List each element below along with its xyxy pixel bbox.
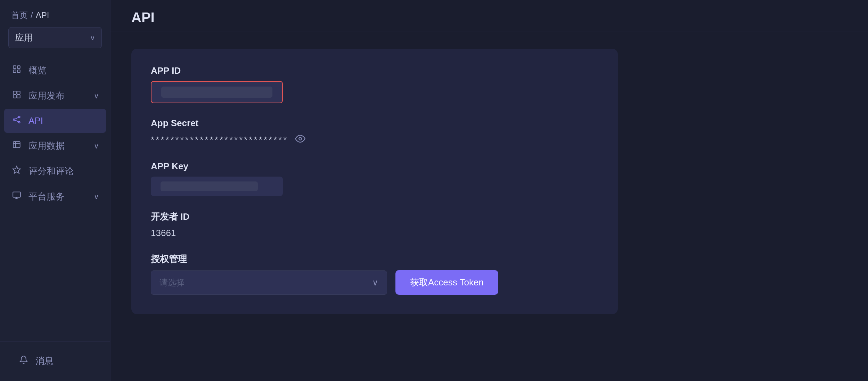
data-icon <box>11 140 22 152</box>
app-secret-label: App Secret <box>151 118 598 129</box>
sidebar-item-messages[interactable]: 消息 <box>11 350 99 372</box>
svg-point-20 <box>299 137 302 140</box>
sidebar-item-platform[interactable]: 平台服务 ∨ <box>4 184 106 209</box>
overview-icon <box>11 65 22 76</box>
app-key-blurred <box>161 181 258 191</box>
svg-rect-2 <box>13 70 16 73</box>
sidebar-item-overview-label: 概览 <box>28 64 99 76</box>
auth-management-label: 授权管理 <box>151 253 598 265</box>
rating-icon <box>11 165 22 177</box>
svg-line-12 <box>15 120 19 122</box>
breadcrumb: 首页 / API <box>0 0 110 27</box>
svg-rect-17 <box>13 192 21 197</box>
svg-line-11 <box>15 117 19 119</box>
app-id-value <box>151 81 283 103</box>
messages-icon <box>18 355 29 367</box>
app-secret-value: **************************** <box>151 135 288 145</box>
svg-rect-5 <box>17 91 20 94</box>
svg-rect-13 <box>13 141 20 147</box>
sidebar-item-publish[interactable]: 应用发布 ∨ <box>4 83 106 108</box>
app-id-label: APP ID <box>151 65 598 76</box>
sidebar-item-rating-label: 评分和评论 <box>28 165 99 177</box>
nav-section: 概览 应用发布 ∨ <box>0 58 110 341</box>
svg-point-8 <box>13 119 15 120</box>
svg-marker-16 <box>13 166 21 173</box>
auth-select[interactable]: 请选择 ∨ <box>151 270 387 295</box>
sidebar-item-data-label: 应用数据 <box>28 140 88 152</box>
svg-point-9 <box>18 116 20 117</box>
content-area: APP ID App Secret **********************… <box>110 32 868 381</box>
top-bar: API <box>110 0 868 32</box>
sidebar-item-publish-label: 应用发布 <box>28 90 88 102</box>
sidebar-item-platform-label: 平台服务 <box>28 190 88 203</box>
sidebar-item-api[interactable]: API <box>4 109 106 133</box>
auth-management-field: 授权管理 请选择 ∨ 获取Access Token <box>151 253 598 295</box>
breadcrumb-home[interactable]: 首页 <box>11 10 28 21</box>
platform-icon <box>11 191 22 202</box>
breadcrumb-current: API <box>36 10 49 20</box>
sidebar: 首页 / API 应用 ∨ 概览 <box>0 0 110 381</box>
api-icon <box>11 115 22 127</box>
main-content: API APP ID App Secret ******************… <box>110 0 868 381</box>
svg-rect-1 <box>17 66 20 68</box>
sidebar-item-api-label: API <box>28 115 99 126</box>
breadcrumb-separator: / <box>31 10 33 20</box>
svg-rect-3 <box>17 70 20 73</box>
app-key-value <box>151 177 283 196</box>
sidebar-item-data[interactable]: 应用数据 ∨ <box>4 133 106 158</box>
svg-rect-6 <box>13 95 16 98</box>
sidebar-item-messages-label: 消息 <box>35 355 92 367</box>
eye-icon[interactable] <box>295 133 305 146</box>
app-selector-chevron: ∨ <box>90 34 95 42</box>
app-selector-label: 应用 <box>15 32 33 44</box>
app-key-field: APP Key <box>151 161 598 196</box>
developer-id-value: 13661 <box>151 228 598 238</box>
svg-point-10 <box>18 121 20 123</box>
developer-id-label: 开发者 ID <box>151 211 598 223</box>
app-id-blurred <box>161 87 272 98</box>
svg-rect-7 <box>17 95 20 98</box>
sidebar-bottom: 消息 <box>0 341 110 381</box>
sidebar-item-rating[interactable]: 评分和评论 <box>4 159 106 184</box>
publish-icon <box>11 90 22 102</box>
app-key-label: APP Key <box>151 161 598 172</box>
svg-rect-0 <box>13 66 16 68</box>
auth-select-placeholder: 请选择 <box>159 277 185 288</box>
sidebar-item-overview[interactable]: 概览 <box>4 58 106 83</box>
publish-chevron: ∨ <box>94 92 99 100</box>
developer-id-field: 开发者 ID 13661 <box>151 211 598 238</box>
app-id-field: APP ID <box>151 65 598 103</box>
svg-rect-4 <box>13 91 16 94</box>
auth-management-row: 请选择 ∨ 获取Access Token <box>151 270 598 295</box>
app-secret-field: App Secret **************************** <box>151 118 598 146</box>
app-secret-row: **************************** <box>151 133 598 146</box>
api-card: APP ID App Secret **********************… <box>131 49 618 314</box>
data-chevron: ∨ <box>94 142 99 150</box>
page-title: API <box>131 10 847 25</box>
get-token-button[interactable]: 获取Access Token <box>395 270 498 295</box>
app-selector[interactable]: 应用 ∨ <box>8 27 102 48</box>
platform-chevron: ∨ <box>94 193 99 201</box>
auth-select-chevron: ∨ <box>372 278 378 287</box>
